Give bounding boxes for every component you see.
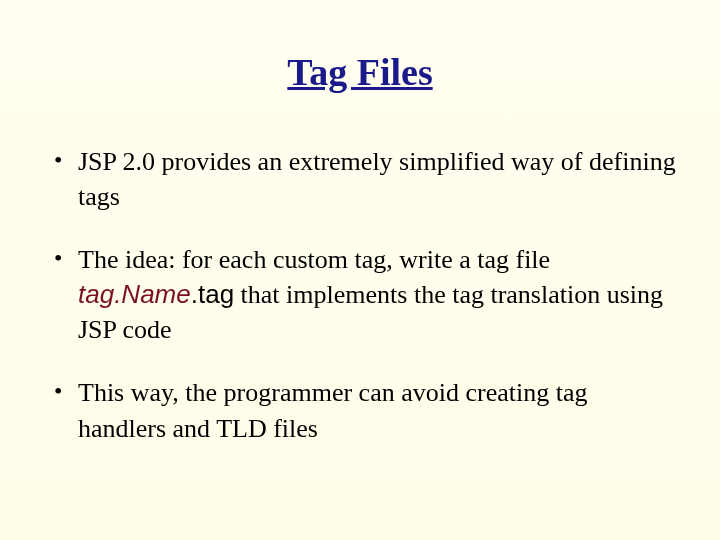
list-item: This way, the programmer can avoid creat…	[50, 375, 680, 445]
bullet-text: JSP 2.0 provides an extremely simplified…	[78, 147, 676, 211]
tag-name-token: tag.Name	[78, 279, 191, 309]
slide: Tag Files JSP 2.0 provides an extremely …	[0, 0, 720, 540]
list-item: The idea: for each custom tag, write a t…	[50, 242, 680, 347]
bullet-list: JSP 2.0 provides an extremely simplified…	[40, 144, 680, 446]
bullet-text-pre: The idea: for each custom tag, write a t…	[78, 245, 550, 274]
bullet-text: This way, the programmer can avoid creat…	[78, 378, 587, 442]
slide-title: Tag Files	[40, 50, 680, 94]
tag-ext-token: .tag	[191, 279, 234, 309]
list-item: JSP 2.0 provides an extremely simplified…	[50, 144, 680, 214]
